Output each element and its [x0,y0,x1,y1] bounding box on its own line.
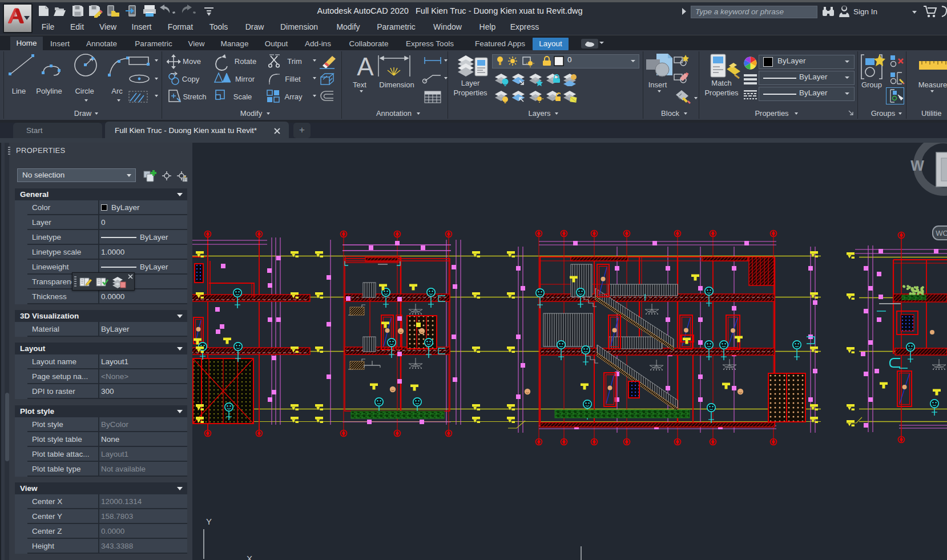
svg-text:Y: Y [206,517,212,526]
svg-text:W: W [910,158,924,174]
svg-text:WC: WC [936,229,947,237]
svg-text:X: X [247,554,252,560]
